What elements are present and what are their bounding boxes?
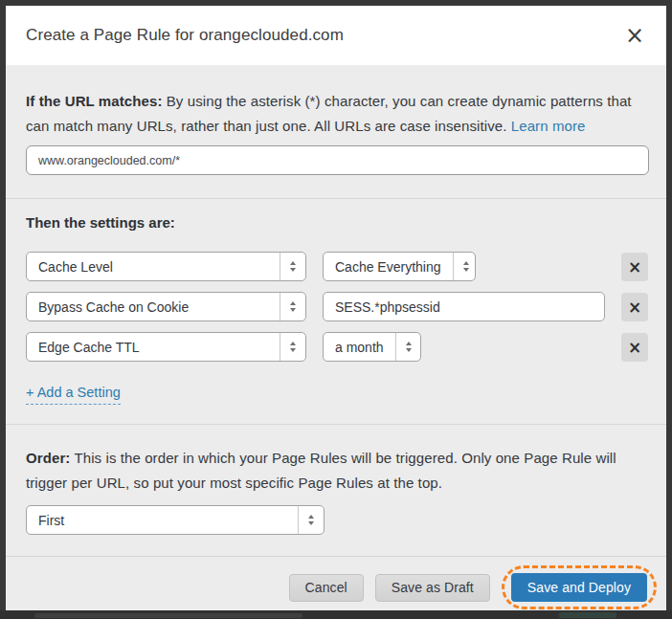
remove-setting-icon[interactable]: × [621, 253, 648, 281]
settings-heading: Then the settings are: [26, 214, 648, 231]
add-setting-link[interactable]: + Add a Setting [26, 385, 121, 405]
save-as-draft-button[interactable]: Save as Draft [375, 574, 490, 602]
setting-row-edge-cache-ttl: Edge Cache TTL a month × [26, 332, 648, 362]
cancel-button[interactable]: Cancel [289, 574, 364, 602]
modal-header: Create a Page Rule for orangeclouded.com… [6, 6, 666, 65]
settings-section: Then the settings are: Cache Level Cache… [6, 199, 666, 424]
select-arrows-icon [280, 293, 305, 321]
learn-more-link[interactable]: Learn more [511, 118, 586, 134]
select-arrows-icon [280, 333, 305, 361]
setting-row-cache-level: Cache Level Cache Everything × [26, 252, 648, 281]
modal-footer: Cancel Save as Draft Save and Deploy [6, 557, 666, 609]
url-match-section: If the URL matches: By using the asteris… [6, 65, 666, 198]
setting-select-label: Cache Level [27, 253, 280, 280]
modal-title: Create a Page Rule for orangeclouded.com [26, 26, 344, 45]
value-select-label: a month [324, 333, 395, 361]
select-arrows-icon [298, 506, 324, 534]
value-select-ttl[interactable]: a month [323, 332, 421, 362]
close-icon[interactable]: × [621, 22, 648, 49]
url-match-text: If the URL matches: By using the asteris… [26, 89, 648, 139]
order-section: Order: This is the order in which your P… [6, 425, 666, 556]
order-text: Order: This is the order in which your P… [26, 446, 648, 496]
url-pattern-input[interactable] [26, 145, 649, 175]
save-and-deploy-button[interactable]: Save and Deploy [511, 573, 647, 602]
setting-select-bypass-cache[interactable]: Bypass Cache on Cookie [26, 292, 306, 321]
select-arrows-icon [395, 333, 421, 361]
cookie-pattern-input[interactable] [323, 292, 605, 321]
create-page-rule-modal: Create a Page Rule for orangeclouded.com… [6, 6, 666, 610]
setting-select-edge-cache-ttl[interactable]: Edge Cache TTL [26, 332, 306, 362]
background-content-smudge [559, 612, 616, 618]
setting-select-label: Bypass Cache on Cookie [27, 293, 280, 321]
highlight-annotation: Save and Deploy [502, 565, 657, 609]
select-arrows-icon [280, 253, 305, 280]
order-select[interactable]: First [26, 505, 325, 535]
setting-select-label: Edge Cache TTL [27, 333, 280, 361]
order-label: Order: [26, 450, 70, 466]
setting-select-cache-level[interactable]: Cache Level [26, 252, 306, 281]
remove-setting-icon[interactable]: × [621, 293, 648, 321]
setting-row-bypass-cache: Bypass Cache on Cookie × [26, 292, 648, 321]
order-select-label: First [27, 506, 298, 534]
value-select-cache-everything[interactable]: Cache Everything [323, 252, 476, 281]
background-page-strip [0, 610, 672, 619]
modal-body: If the URL matches: By using the asteris… [6, 65, 666, 610]
value-select-label: Cache Everything [324, 253, 453, 280]
url-match-label: If the URL matches: [26, 93, 162, 109]
remove-setting-icon[interactable]: × [621, 333, 648, 362]
order-description: This is the order in which your Page Rul… [26, 450, 616, 491]
background-text-smudge [34, 613, 302, 618]
select-arrows-icon [453, 253, 476, 280]
